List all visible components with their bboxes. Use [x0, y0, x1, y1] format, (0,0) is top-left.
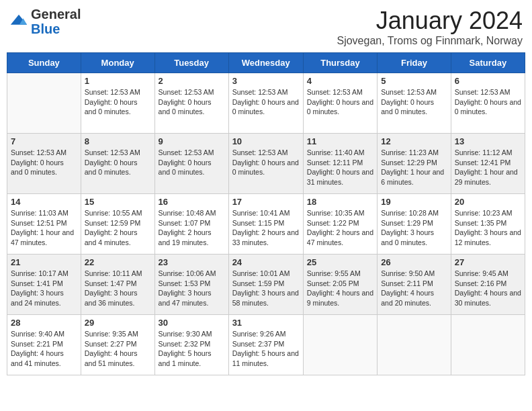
day-number: 28	[11, 318, 77, 328]
day-info: Sunset: 12:53 AM Daylight: 0 hours and 0…	[307, 87, 373, 117]
day-info: Sunrise: 11:23 AM Sunset: 12:29 PM Dayli…	[381, 148, 447, 187]
month-title: January 2024	[337, 7, 523, 35]
logo-icon	[9, 12, 28, 31]
logo: General Blue	[9, 7, 81, 36]
calendar-cell: 17Sunrise: 10:41 AM Sunset: 1:15 PM Dayl…	[228, 194, 303, 255]
day-number: 12	[381, 136, 447, 146]
calendar-cell: 26Sunrise: 9:50 AM Sunset: 2:11 PM Dayli…	[378, 255, 451, 315]
day-info: Sunrise: 9:35 AM Sunset: 2:27 PM Dayligh…	[85, 329, 151, 369]
day-info: Sunrise: 10:41 AM Sunset: 1:15 PM Daylig…	[232, 208, 300, 248]
calendar-cell: 4Sunset: 12:53 AM Daylight: 0 hours and …	[303, 73, 377, 134]
calendar-cell: 20Sunrise: 10:23 AM Sunset: 1:35 PM Dayl…	[451, 194, 525, 255]
day-info: Sunset: 12:53 AM Daylight: 0 hours and 0…	[85, 87, 151, 117]
day-info: Sunrise: 9:40 AM Sunset: 2:21 PM Dayligh…	[11, 329, 77, 369]
calendar-cell: 14Sunrise: 11:03 AM Sunset: 12:51 PM Day…	[7, 194, 81, 255]
calendar-cell: 9Sunset: 12:53 AM Daylight: 0 hours and …	[154, 134, 228, 194]
day-number: 6	[455, 76, 521, 86]
calendar-week-row: 28Sunrise: 9:40 AM Sunset: 2:21 PM Dayli…	[7, 315, 525, 375]
day-number: 17	[232, 197, 300, 207]
calendar-cell: 23Sunrise: 10:06 AM Sunset: 1:53 PM Dayl…	[154, 255, 228, 315]
day-info: Sunrise: 9:50 AM Sunset: 2:11 PM Dayligh…	[381, 269, 447, 308]
day-info: Sunrise: 11:03 AM Sunset: 12:51 PM Dayli…	[11, 208, 77, 248]
day-info: Sunrise: 11:12 AM Sunset: 12:41 PM Dayli…	[455, 148, 521, 187]
day-info: Sunset: 12:53 AM Daylight: 0 hours and 0…	[232, 148, 300, 177]
day-number: 18	[307, 197, 373, 207]
calendar-cell: 18Sunrise: 10:35 AM Sunset: 1:22 PM Dayl…	[303, 194, 377, 255]
calendar-cell: 7Sunset: 12:53 AM Daylight: 0 hours and …	[7, 134, 81, 194]
calendar-week-row: 14Sunrise: 11:03 AM Sunset: 12:51 PM Day…	[7, 194, 525, 255]
day-info: Sunrise: 10:35 AM Sunset: 1:22 PM Daylig…	[307, 208, 373, 248]
day-info: Sunset: 12:53 AM Daylight: 0 hours and 0…	[159, 148, 225, 177]
day-number: 26	[381, 257, 447, 267]
day-header-sunday: Sunday	[7, 53, 81, 73]
calendar-cell	[451, 315, 525, 375]
calendar-cell: 12Sunrise: 11:23 AM Sunset: 12:29 PM Day…	[378, 134, 451, 194]
day-info: Sunrise: 10:01 AM Sunset: 1:59 PM Daylig…	[232, 269, 300, 308]
calendar-cell: 29Sunrise: 9:35 AM Sunset: 2:27 PM Dayli…	[81, 315, 154, 375]
day-info: Sunrise: 10:23 AM Sunset: 1:35 PM Daylig…	[455, 208, 521, 248]
day-number: 9	[159, 136, 225, 146]
day-number: 4	[307, 76, 373, 86]
day-info: Sunrise: 9:30 AM Sunset: 2:32 PM Dayligh…	[159, 329, 225, 369]
day-number: 8	[85, 136, 151, 146]
calendar-cell: 8Sunset: 12:53 AM Daylight: 0 hours and …	[81, 134, 154, 194]
day-info: Sunset: 12:53 AM Daylight: 0 hours and 0…	[11, 148, 77, 177]
calendar-cell: 3Sunset: 12:53 AM Daylight: 0 hours and …	[228, 73, 303, 134]
day-header-tuesday: Tuesday	[154, 53, 228, 73]
day-header-monday: Monday	[81, 53, 154, 73]
day-number: 31	[232, 318, 300, 328]
calendar-week-row: 1Sunset: 12:53 AM Daylight: 0 hours and …	[7, 73, 525, 134]
calendar-cell: 21Sunrise: 10:17 AM Sunset: 1:41 PM Dayl…	[7, 255, 81, 315]
day-header-saturday: Saturday	[451, 53, 525, 73]
calendar-cell: 30Sunrise: 9:30 AM Sunset: 2:32 PM Dayli…	[154, 315, 228, 375]
day-number: 27	[455, 257, 521, 267]
logo-blue-text: Blue	[31, 21, 60, 36]
calendar-header-row: SundayMondayTuesdayWednesdayThursdayFrid…	[7, 53, 525, 73]
location-title: Sjovegan, Troms og Finnmark, Norway	[337, 35, 523, 47]
day-number: 16	[159, 197, 225, 207]
calendar-cell: 11Sunrise: 11:40 AM Sunset: 12:11 PM Day…	[303, 134, 377, 194]
day-info: Sunset: 12:53 AM Daylight: 0 hours and 0…	[381, 87, 447, 117]
day-number: 7	[11, 136, 77, 146]
day-info: Sunset: 12:53 AM Daylight: 0 hours and 0…	[159, 87, 225, 117]
calendar-week-row: 21Sunrise: 10:17 AM Sunset: 1:41 PM Dayl…	[7, 255, 525, 315]
calendar-cell: 19Sunrise: 10:28 AM Sunset: 1:29 PM Dayl…	[378, 194, 451, 255]
day-number: 19	[381, 197, 447, 207]
day-number: 1	[85, 76, 151, 86]
day-info: Sunrise: 10:17 AM Sunset: 1:41 PM Daylig…	[11, 269, 77, 308]
day-header-thursday: Thursday	[303, 53, 377, 73]
calendar-cell: 5Sunset: 12:53 AM Daylight: 0 hours and …	[378, 73, 451, 134]
day-header-wednesday: Wednesday	[228, 53, 303, 73]
day-info: Sunrise: 9:55 AM Sunset: 2:05 PM Dayligh…	[307, 269, 373, 308]
day-info: Sunrise: 10:06 AM Sunset: 1:53 PM Daylig…	[159, 269, 225, 308]
day-number: 3	[232, 76, 300, 86]
day-header-friday: Friday	[378, 53, 451, 73]
day-number: 2	[159, 76, 225, 86]
day-number: 23	[159, 257, 225, 267]
day-info: Sunset: 12:53 AM Daylight: 0 hours and 0…	[85, 148, 151, 177]
calendar-cell: 13Sunrise: 11:12 AM Sunset: 12:41 PM Day…	[451, 134, 525, 194]
day-number: 15	[85, 197, 151, 207]
calendar-cell: 2Sunset: 12:53 AM Daylight: 0 hours and …	[154, 73, 228, 134]
day-number: 25	[307, 257, 373, 267]
day-number: 21	[11, 257, 77, 267]
day-info: Sunset: 12:53 AM Daylight: 0 hours and 0…	[232, 87, 300, 117]
calendar-cell: 10Sunset: 12:53 AM Daylight: 0 hours and…	[228, 134, 303, 194]
calendar-cell: 28Sunrise: 9:40 AM Sunset: 2:21 PM Dayli…	[7, 315, 81, 375]
calendar-cell: 6Sunset: 12:53 AM Daylight: 0 hours and …	[451, 73, 525, 134]
calendar-cell	[378, 315, 451, 375]
day-number: 30	[159, 318, 225, 328]
day-info: Sunrise: 9:26 AM Sunset: 2:37 PM Dayligh…	[232, 329, 300, 369]
day-info: Sunrise: 9:45 AM Sunset: 2:16 PM Dayligh…	[455, 269, 521, 308]
calendar-cell: 22Sunrise: 10:11 AM Sunset: 1:47 PM Dayl…	[81, 255, 154, 315]
day-number: 29	[85, 318, 151, 328]
calendar-cell	[303, 315, 377, 375]
calendar-cell: 16Sunrise: 10:48 AM Sunset: 1:07 PM Dayl…	[154, 194, 228, 255]
day-info: Sunrise: 10:28 AM Sunset: 1:29 PM Daylig…	[381, 208, 447, 248]
calendar-cell: 24Sunrise: 10:01 AM Sunset: 1:59 PM Dayl…	[228, 255, 303, 315]
calendar-cell	[7, 73, 81, 134]
calendar-week-row: 7Sunset: 12:53 AM Daylight: 0 hours and …	[7, 134, 525, 194]
day-number: 24	[232, 257, 300, 267]
day-number: 5	[381, 76, 447, 86]
day-info: Sunrise: 10:11 AM Sunset: 1:47 PM Daylig…	[85, 269, 151, 308]
